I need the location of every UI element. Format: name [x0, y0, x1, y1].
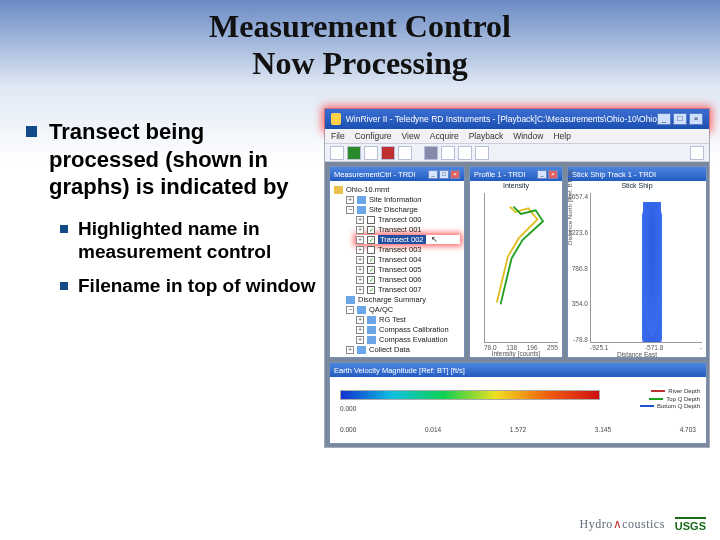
subwin-close-button[interactable]: × [548, 170, 558, 179]
ship-track-window: Stick Ship Track 1 - TRDI Stick Ship Dis… [567, 166, 707, 358]
checkbox-icon[interactable]: ✓ [367, 236, 375, 244]
contour-legend: River Depth Top Q Depth Bottom Q Depth [640, 388, 700, 411]
subwin-min-button[interactable]: _ [537, 170, 547, 179]
measurement-ctrl-title: MeasurementCtrl - TRDI [334, 170, 416, 179]
checkbox-icon[interactable] [367, 216, 375, 224]
mdi-area: MeasurementCtrl - TRDI _ □ × Ohio-10.mmt… [325, 162, 709, 447]
tool-settings-icon[interactable] [424, 146, 438, 160]
close-button[interactable]: × [689, 113, 703, 125]
folder-icon [357, 346, 366, 354]
legend-swatch-icon [649, 398, 663, 400]
ship-track-titlebar[interactable]: Stick Ship Track 1 - TRDI [568, 167, 706, 181]
menu-help[interactable]: Help [553, 131, 570, 141]
tree-collect-data[interactable]: +Collect Data [346, 345, 460, 354]
tool-prev-icon[interactable] [330, 146, 344, 160]
profile-axis-title: Intensity [470, 182, 562, 189]
expand-icon[interactable]: + [346, 346, 354, 354]
menu-configure[interactable]: Configure [355, 131, 392, 141]
expand-icon[interactable]: + [346, 196, 354, 204]
menu-file[interactable]: File [331, 131, 345, 141]
tool-generic-icon[interactable] [441, 146, 455, 160]
profile-titlebar[interactable]: Profile 1 - TRDI _× [470, 167, 562, 181]
expand-icon[interactable]: + [356, 276, 364, 284]
maximize-button[interactable]: □ [673, 113, 687, 125]
expand-icon[interactable]: + [356, 216, 364, 224]
tool-play-icon[interactable] [347, 146, 361, 160]
subwin-close-button[interactable]: × [450, 170, 460, 179]
expand-icon[interactable]: + [356, 236, 364, 244]
tree-site-discharge[interactable]: − Site Discharge [346, 205, 460, 214]
tool-rewind-icon[interactable] [398, 146, 412, 160]
tree-root-label: Ohio-10.mmt [346, 185, 389, 194]
menu-acquire[interactable]: Acquire [430, 131, 459, 141]
tree-qaqc[interactable]: −QA/QC [346, 305, 460, 314]
expand-icon[interactable]: + [356, 336, 364, 344]
expand-icon[interactable]: + [356, 316, 364, 324]
ship-track-xticks: -925.1 -571.8 - [590, 344, 702, 351]
tree-transect-004[interactable]: +✓Transect 004 [356, 255, 460, 264]
collapse-icon[interactable]: − [346, 206, 354, 214]
tree-compass-cal[interactable]: +Compass Calibration [356, 325, 460, 334]
tree-transect-007[interactable]: +✓Transect 007 [356, 285, 460, 294]
expand-icon[interactable]: + [356, 286, 364, 294]
checkbox-icon[interactable]: ✓ [367, 286, 375, 294]
app-icon [331, 113, 341, 125]
tool-generic-icon[interactable] [458, 146, 472, 160]
tool-generic-icon[interactable] [475, 146, 489, 160]
tree-compass-eval[interactable]: +Compass Evaluation [356, 335, 460, 344]
tree-rg-test[interactable]: +RG Test [356, 315, 460, 324]
subwin-min-button[interactable]: _ [428, 170, 438, 179]
sub-bullet-2-text: Filename in top of window [78, 274, 316, 298]
tree-transect-000[interactable]: +Transect 000 [356, 215, 460, 224]
expand-icon[interactable]: + [356, 246, 364, 254]
tree-transect-006[interactable]: +✓Transect 006 [356, 275, 460, 284]
slide-title: Measurement Control Now Processing [0, 0, 720, 82]
menu-view[interactable]: View [402, 131, 420, 141]
tool-stop-icon[interactable] [381, 146, 395, 160]
checkbox-icon[interactable]: ✓ [367, 226, 375, 234]
ship-track-xlabel: Distance East [568, 351, 706, 358]
measurement-ctrl-tree[interactable]: Ohio-10.mmt + Site Information − Site Di… [330, 181, 464, 357]
footer-logos: Hydro∧coustics USGS [579, 517, 706, 532]
toolbar [325, 144, 709, 162]
tool-next-icon[interactable] [364, 146, 378, 160]
collapse-icon[interactable]: − [346, 306, 354, 314]
menu-window[interactable]: Window [513, 131, 543, 141]
checkbox-icon[interactable]: ✓ [367, 276, 375, 284]
slide: Measurement Control Now Processing Trans… [0, 0, 720, 540]
tree-root[interactable]: Ohio-10.mmt [334, 185, 460, 194]
bullet-square-icon [60, 225, 68, 233]
tree-transect-001[interactable]: +✓Transect 001 [356, 225, 460, 234]
measurement-ctrl-window: MeasurementCtrl - TRDI _ □ × Ohio-10.mmt… [329, 166, 465, 358]
expand-icon[interactable]: + [356, 266, 364, 274]
measurement-ctrl-titlebar[interactable]: MeasurementCtrl - TRDI _ □ × [330, 167, 464, 181]
bullet-square-icon [26, 126, 37, 137]
tree-transect-002[interactable]: +✓Transect 002↖ [356, 235, 460, 244]
tree-transect-003[interactable]: +Transect 003 [356, 245, 460, 254]
contour-title: Earth Velocity Magnitude [Ref: BT] [ft/s… [334, 366, 465, 375]
profile-plot-area [484, 193, 558, 343]
menu-playback[interactable]: Playback [469, 131, 504, 141]
contour-body: River Depth Top Q Depth Bottom Q Depth 0… [330, 377, 706, 443]
contour-titlebar[interactable]: Earth Velocity Magnitude [Ref: BT] [ft/s… [330, 363, 706, 377]
expand-icon[interactable]: + [356, 226, 364, 234]
checkbox-icon[interactable]: ✓ [367, 256, 375, 264]
bullet-main: Transect being processed (shown in graph… [26, 118, 316, 201]
profile-curve-icon [489, 201, 549, 321]
subwin-max-button[interactable]: □ [439, 170, 449, 179]
tool-dropdown-icon[interactable] [690, 146, 704, 160]
checkbox-icon[interactable]: ✓ [367, 266, 375, 274]
bullet-square-icon [60, 282, 68, 290]
sub-bullet-2: Filename in top of window [60, 274, 316, 298]
color-bar-icon [340, 390, 600, 400]
app-titlebar[interactable]: WinRiver II - Teledyne RD Instruments - … [325, 109, 709, 129]
tree-discharge-summary[interactable]: Discharge Summary [346, 295, 460, 304]
tree-transect-005[interactable]: +✓Transect 005 [356, 265, 460, 274]
folder-icon [357, 206, 366, 214]
profile-window: Profile 1 - TRDI _× Intensity 78.0 138 [469, 166, 563, 358]
expand-icon[interactable]: + [356, 256, 364, 264]
tree-site-info[interactable]: + Site Information [346, 195, 460, 204]
expand-icon[interactable]: + [356, 326, 364, 334]
minimize-button[interactable]: _ [657, 113, 671, 125]
checkbox-icon[interactable] [367, 246, 375, 254]
